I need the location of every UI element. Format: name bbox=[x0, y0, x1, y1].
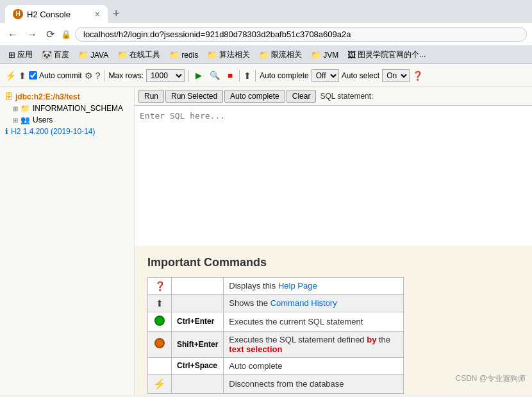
auto-commit-checkbox-group: Auto commit bbox=[29, 71, 82, 80]
separator-3 bbox=[239, 70, 240, 81]
folder-icon-ratelimit: 📁 bbox=[259, 50, 269, 60]
separator-1 bbox=[104, 70, 104, 81]
bookmark-tools[interactable]: 📁 在线工具 bbox=[114, 48, 163, 62]
folder-icon-tuling: 🖼 bbox=[347, 50, 356, 60]
autocomplete-cmd-icon bbox=[148, 357, 172, 374]
app-body: 🗄 jdbc:h2:E:/h3/test ⊞ 📁 INFORMATION_SCH… bbox=[0, 87, 532, 395]
bookmark-tools-label: 在线工具 bbox=[129, 49, 160, 60]
content-area: Important Commands ❓ Displays this Help … bbox=[135, 246, 532, 396]
baidu-icon: 🐼 bbox=[42, 50, 52, 60]
bookmark-redis-label: redis bbox=[181, 51, 198, 60]
sidebar-item-version: ℹ H2 1.4.200 (2019-10-14) bbox=[3, 126, 131, 137]
table-row: ❓ Displays this Help Page bbox=[148, 277, 404, 294]
folder-icon-jvm: 📁 bbox=[311, 50, 321, 60]
disconnect-cmd-key bbox=[172, 374, 224, 393]
tab-bar: H H2 Console × + bbox=[0, 0, 532, 23]
run-green-button[interactable]: ▶ bbox=[193, 70, 204, 81]
sidebar-connection-label: jdbc:h2:E:/h3/test bbox=[15, 92, 80, 101]
commands-table: ❓ Displays this Help Page ⬆ Shows the Co… bbox=[147, 277, 404, 394]
tab-title: H2 Console bbox=[27, 10, 71, 19]
bookmark-jvm[interactable]: 📁 JVM bbox=[308, 49, 342, 61]
help-cmd-desc: Displays this Help Page bbox=[224, 277, 404, 294]
sql-statement-label: SQL statement: bbox=[320, 92, 373, 101]
sidebar-item-connection[interactable]: 🗄 jdbc:h2:E:/h3/test bbox=[3, 91, 131, 103]
table-row: Ctrl+Space Auto complete bbox=[148, 357, 404, 374]
separator-2 bbox=[188, 70, 189, 81]
auto-complete-select[interactable]: Off On bbox=[312, 69, 339, 82]
bookmark-apps[interactable]: ⊞ 应用 bbox=[5, 48, 36, 62]
bookmark-redis[interactable]: 📁 redis bbox=[166, 49, 201, 61]
sql-toolbar: Run Run Selected Auto complete Clear SQL… bbox=[135, 87, 532, 106]
history-toolbar-icon[interactable]: ⬆ bbox=[19, 71, 26, 81]
run-cmd-key: Ctrl+Enter bbox=[172, 312, 224, 331]
run-button[interactable]: Run bbox=[138, 90, 164, 103]
bookmark-baidu-label: 百度 bbox=[54, 49, 69, 60]
folder-icon-tools: 📁 bbox=[117, 50, 128, 60]
export-icon[interactable]: ⬆ bbox=[244, 71, 251, 81]
forward-button[interactable]: → bbox=[24, 28, 40, 42]
bookmark-tuling-label: 图灵学院官网的个... bbox=[358, 49, 426, 60]
auto-select-label: Auto select bbox=[342, 71, 379, 80]
table-row: Ctrl+Enter Executes the current SQL stat… bbox=[148, 312, 404, 331]
max-rows-label: Max rows: bbox=[108, 71, 144, 80]
bookmarks-bar: ⊞ 应用 🐼 百度 📁 JAVA 📁 在线工具 📁 redis 📁 算法相关 📁… bbox=[0, 46, 532, 64]
run-selected-button[interactable]: Run Selected bbox=[165, 90, 223, 103]
back-button[interactable]: ← bbox=[5, 28, 21, 42]
address-bar: ← → ⟳ 🔒 bbox=[0, 23, 532, 46]
selection-cmd-desc: Executes the SQL statement defined by th… bbox=[224, 331, 404, 357]
folder-icon-java: 📁 bbox=[78, 50, 88, 60]
table-row: Shift+Enter Executes the SQL statement d… bbox=[148, 331, 404, 357]
apps-icon: ⊞ bbox=[8, 50, 15, 60]
refresh-button[interactable]: ⟳ bbox=[44, 27, 57, 42]
tab-close-button[interactable]: × bbox=[95, 9, 100, 19]
help-icon[interactable]: ? bbox=[96, 71, 101, 81]
active-tab[interactable]: H H2 Console × bbox=[5, 5, 108, 23]
history-btn[interactable]: 🔍 bbox=[207, 70, 222, 81]
sidebar-schema-label: INFORMATION_SCHEMA bbox=[33, 104, 123, 113]
selection-cmd-key: Shift+Enter bbox=[172, 331, 224, 357]
users-icon: 👥 bbox=[21, 115, 30, 124]
stop-button[interactable]: ■ bbox=[225, 70, 235, 81]
bookmark-algo-label: 算法相关 bbox=[219, 49, 250, 60]
history-cmd-key bbox=[172, 294, 224, 312]
lock-icon: 🔒 bbox=[61, 30, 71, 39]
bookmark-java[interactable]: 📁 JAVA bbox=[75, 49, 112, 61]
important-commands-title: Important Commands bbox=[147, 256, 519, 269]
tab-favicon: H bbox=[13, 9, 23, 19]
sidebar-item-info-schema[interactable]: ⊞ 📁 INFORMATION_SCHEMA bbox=[3, 103, 131, 114]
new-tab-button[interactable]: + bbox=[108, 4, 125, 23]
main-area: Run Run Selected Auto complete Clear SQL… bbox=[135, 87, 532, 395]
address-input[interactable] bbox=[75, 27, 527, 42]
bookmark-java-label: JAVA bbox=[90, 51, 108, 60]
disconnect-toolbar-icon[interactable]: ⚡ bbox=[5, 71, 16, 81]
auto-complete-button[interactable]: Auto complete bbox=[224, 90, 285, 103]
sidebar-item-users[interactable]: ⊞ 👥 Users bbox=[3, 114, 131, 126]
bookmark-algo[interactable]: 📁 算法相关 bbox=[204, 48, 253, 62]
bookmark-ratelimit[interactable]: 📁 限流相关 bbox=[256, 48, 305, 62]
db-icon: 🗄 bbox=[5, 92, 13, 101]
disconnect-cmd-desc: Disconnects from the database bbox=[224, 374, 404, 393]
auto-select-select[interactable]: On Off bbox=[382, 69, 410, 82]
history-cmd-desc: Shows the Command History bbox=[224, 294, 404, 312]
folder-icon-redis: 📁 bbox=[169, 50, 179, 60]
sidebar: 🗄 jdbc:h2:E:/h3/test ⊞ 📁 INFORMATION_SCH… bbox=[0, 87, 135, 395]
bookmark-tuling[interactable]: 🖼 图灵学院官网的个... bbox=[344, 48, 429, 62]
separator-4 bbox=[255, 70, 256, 81]
folder-icon-algo: 📁 bbox=[207, 50, 217, 60]
clear-button[interactable]: Clear bbox=[287, 90, 317, 103]
help-cmd-key bbox=[172, 277, 224, 294]
auto-commit-checkbox[interactable] bbox=[29, 71, 37, 80]
settings-icon[interactable]: ⚙ bbox=[85, 71, 93, 81]
bookmark-baidu[interactable]: 🐼 百度 bbox=[38, 48, 72, 62]
table-row: ⬆ Shows the Command History bbox=[148, 294, 404, 312]
expand-icon-schema: ⊞ bbox=[13, 105, 18, 112]
max-rows-select[interactable]: 1000 100 10000 bbox=[146, 69, 185, 82]
bookmark-apps-label: 应用 bbox=[17, 49, 33, 60]
run-cmd-desc: Executes the current SQL statement bbox=[224, 312, 404, 331]
sidebar-version-label: H2 1.4.200 (2019-10-14) bbox=[11, 127, 95, 136]
sidebar-users-label: Users bbox=[33, 115, 53, 124]
help-cmd-icon: ❓ bbox=[148, 277, 172, 294]
help-circle-icon[interactable]: ❓ bbox=[412, 71, 423, 81]
sql-editor[interactable] bbox=[135, 106, 532, 246]
folder-icon-schema: 📁 bbox=[21, 104, 30, 113]
